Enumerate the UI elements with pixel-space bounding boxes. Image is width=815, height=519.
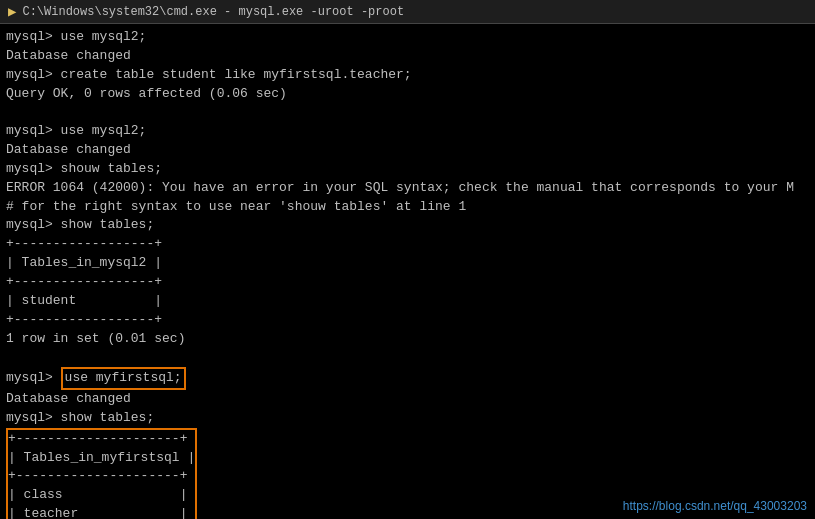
line-14: +------------------+	[6, 273, 809, 292]
line-18	[6, 348, 809, 367]
watermark: https://blog.csdn.net/qq_43003203	[623, 499, 807, 513]
line-13: | Tables_in_mysql2 |	[6, 254, 809, 273]
line-3: mysql> create table student like myfirst…	[6, 66, 809, 85]
myfirstsql-table-box: +---------------------+ | Tables_in_myfi…	[6, 428, 197, 519]
table-border-top: +---------------------+	[8, 430, 195, 449]
table-header: | Tables_in_myfirstsql |	[8, 449, 195, 468]
line-11: mysql> show tables;	[6, 216, 809, 235]
line-db-changed: Database changed	[6, 390, 809, 409]
table-divider: +---------------------+	[8, 467, 195, 486]
line-10: # for the right syntax to use near 'shou…	[6, 198, 809, 217]
highlighted-cmd-line: mysql> use myfirstsql;	[6, 367, 809, 390]
line-8: mysql> shouw tables;	[6, 160, 809, 179]
line-1: mysql> use mysql2;	[6, 28, 809, 47]
line-5	[6, 103, 809, 122]
terminal-output: mysql> use mysql2; Database changed mysq…	[6, 28, 809, 519]
line-2: Database changed	[6, 47, 809, 66]
line-15: | student |	[6, 292, 809, 311]
table-row-class: | class |	[8, 486, 195, 505]
highlighted-command: use myfirstsql;	[61, 367, 186, 390]
line-4: Query OK, 0 rows affected (0.06 sec)	[6, 85, 809, 104]
table-row-teacher: | teacher |	[8, 505, 195, 519]
title-icon: ▶	[8, 3, 16, 20]
line-6: mysql> use mysql2;	[6, 122, 809, 141]
line-show-tables: mysql> show tables;	[6, 409, 809, 428]
line-16: +------------------+	[6, 311, 809, 330]
line-12: +------------------+	[6, 235, 809, 254]
title-text: C:\Windows\system32\cmd.exe - mysql.exe …	[22, 5, 404, 19]
line-17: 1 row in set (0.01 sec)	[6, 330, 809, 349]
line-9: ERROR 1064 (42000): You have an error in…	[6, 179, 809, 198]
title-bar: ▶ C:\Windows\system32\cmd.exe - mysql.ex…	[0, 0, 815, 24]
line-7: Database changed	[6, 141, 809, 160]
terminal[interactable]: mysql> use mysql2; Database changed mysq…	[0, 24, 815, 519]
